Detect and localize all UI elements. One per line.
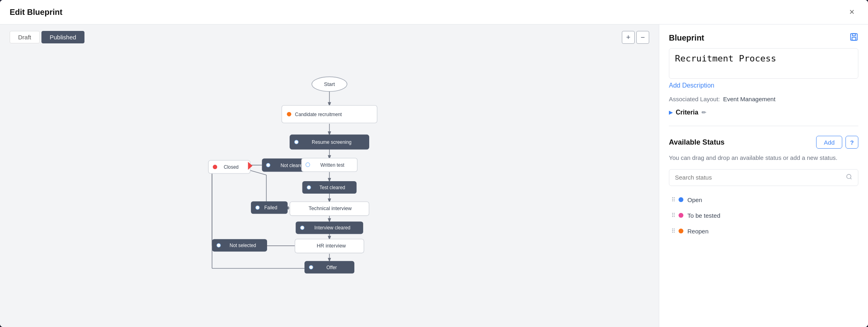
svg-point-31 bbox=[306, 163, 310, 167]
svg-line-60 bbox=[850, 178, 852, 179]
svg-point-28 bbox=[266, 163, 270, 167]
drag-handle-icon[interactable]: ⠿ bbox=[671, 212, 675, 219]
panel-header: Blueprint bbox=[659, 25, 868, 48]
svg-text:Resume screening: Resume screening bbox=[312, 139, 352, 145]
divider bbox=[669, 126, 858, 126]
svg-text:Technical interview: Technical interview bbox=[309, 205, 352, 211]
zoom-in-button[interactable]: + bbox=[622, 31, 635, 44]
associated-layout: Associated Layout: Event Management bbox=[669, 96, 858, 102]
associated-layout-value: Event Management bbox=[723, 96, 775, 102]
svg-point-34 bbox=[213, 165, 217, 169]
available-status-header: Available Status Add ? bbox=[659, 129, 868, 152]
drag-handle-icon[interactable]: ⠿ bbox=[671, 196, 675, 203]
modal-container: Edit Blueprint × Draft Published + − bbox=[0, 0, 868, 327]
status-list: ⠿ Open ⠿ To be tested ⠿ Reopen bbox=[659, 192, 868, 245]
svg-point-46 bbox=[300, 226, 304, 229]
close-button[interactable]: × bbox=[845, 6, 858, 18]
svg-point-54 bbox=[309, 266, 313, 269]
svg-point-38 bbox=[307, 186, 311, 189]
right-panel: Blueprint Recruitment Process Add Descri… bbox=[659, 25, 868, 327]
save-blueprint-button[interactable] bbox=[849, 33, 858, 43]
list-item: ⠿ Open bbox=[669, 192, 858, 207]
criteria-chevron-icon: ▶ bbox=[669, 110, 673, 115]
canvas-area: Draft Published + − bbox=[0, 25, 659, 327]
modal-body: Draft Published + − bbox=[0, 25, 868, 327]
svg-text:Failed: Failed bbox=[264, 205, 277, 211]
status-dot-open bbox=[679, 197, 683, 202]
status-dot-to-be-tested bbox=[679, 213, 683, 218]
list-item: ⠿ Reopen bbox=[669, 224, 858, 239]
criteria-label: Criteria bbox=[676, 109, 698, 116]
canvas-toolbar: Draft Published bbox=[10, 31, 84, 43]
tab-published[interactable]: Published bbox=[41, 31, 85, 43]
panel-title: Blueprint bbox=[669, 33, 704, 43]
status-label-open: Open bbox=[687, 196, 702, 203]
add-status-button[interactable]: Add bbox=[816, 136, 842, 149]
add-description-link[interactable]: Add Description bbox=[669, 82, 858, 89]
svg-point-22 bbox=[287, 112, 291, 116]
svg-point-41 bbox=[256, 206, 259, 209]
svg-text:HR interview: HR interview bbox=[317, 243, 346, 249]
tab-draft[interactable]: Draft bbox=[10, 31, 40, 43]
svg-text:Interview cleared: Interview cleared bbox=[315, 225, 351, 231]
svg-text:Start: Start bbox=[324, 81, 335, 87]
svg-text:Written test: Written test bbox=[320, 162, 344, 168]
associated-layout-label: Associated Layout: bbox=[669, 96, 720, 102]
help-button[interactable]: ? bbox=[845, 136, 858, 149]
search-icon bbox=[846, 174, 852, 182]
criteria-row[interactable]: ▶ Criteria ✏ bbox=[669, 109, 858, 116]
modal-header: Edit Blueprint × bbox=[0, 0, 868, 25]
svg-rect-58 bbox=[852, 37, 856, 40]
blueprint-name-input[interactable]: Recruitment Process bbox=[669, 48, 858, 79]
search-status-box bbox=[669, 169, 858, 186]
status-label-to-be-tested: To be tested bbox=[687, 212, 720, 219]
svg-rect-57 bbox=[852, 34, 855, 36]
flow-diagram: Start Candidate recruitment Resume scree… bbox=[0, 49, 659, 327]
modal-title: Edit Blueprint bbox=[10, 8, 62, 17]
svg-text:Test cleared: Test cleared bbox=[319, 185, 345, 190]
svg-text:Not selected: Not selected bbox=[230, 243, 256, 248]
svg-text:Closed: Closed bbox=[224, 164, 239, 170]
header-buttons: Add ? bbox=[816, 136, 858, 149]
status-dot-reopen bbox=[679, 229, 683, 233]
criteria-edit-icon[interactable]: ✏ bbox=[701, 109, 706, 116]
svg-text:Candidate recruitment: Candidate recruitment bbox=[295, 112, 342, 117]
status-hint: You can drag and drop an available statu… bbox=[659, 152, 868, 169]
drag-handle-icon[interactable]: ⠿ bbox=[671, 228, 675, 234]
zoom-out-button[interactable]: − bbox=[636, 31, 649, 44]
canvas-zoom: + − bbox=[622, 31, 649, 44]
svg-text:Offer: Offer bbox=[326, 265, 337, 270]
search-status-input[interactable] bbox=[675, 174, 846, 181]
list-item: ⠿ To be tested bbox=[669, 208, 858, 223]
svg-point-49 bbox=[217, 243, 220, 247]
svg-point-59 bbox=[847, 174, 851, 179]
svg-point-25 bbox=[294, 140, 298, 144]
available-status-title: Available Status bbox=[669, 138, 724, 147]
status-label-reopen: Reopen bbox=[687, 228, 709, 235]
